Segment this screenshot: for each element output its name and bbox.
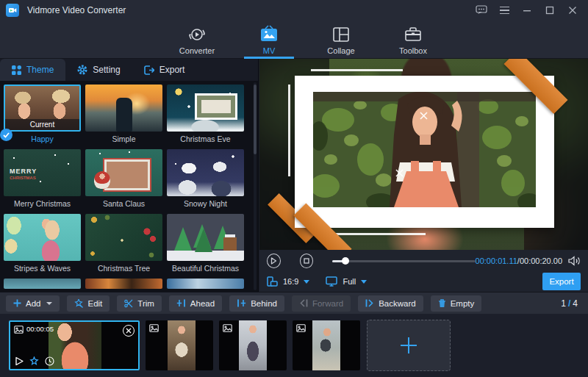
- theme-thumb-simple: [85, 85, 162, 132]
- theme-thumb-snowy-night: [167, 149, 244, 196]
- edit-button[interactable]: Edit: [67, 295, 110, 312]
- tab-toolbox[interactable]: Toolbox: [387, 21, 440, 59]
- image-icon: [296, 324, 306, 332]
- backward-button[interactable]: Backward: [358, 295, 423, 312]
- tab-theme[interactable]: Theme: [0, 59, 65, 81]
- counter-separator: /: [566, 298, 573, 309]
- tab-collage[interactable]: Collage: [315, 21, 368, 59]
- theme-tile-happy[interactable]: Current Happy: [4, 85, 81, 143]
- forward-label: Forward: [312, 299, 343, 308]
- tab-collage-label: Collage: [327, 46, 354, 55]
- behind-button[interactable]: Behind: [229, 295, 284, 312]
- minimize-button[interactable]: [519, 3, 535, 18]
- theme-thumb-santa-claus: [85, 149, 162, 196]
- forward-button[interactable]: Forward: [292, 295, 351, 312]
- time-display: 00:00:01.11/00:00:20.00: [476, 256, 562, 265]
- theme-tile-merry-christmas[interactable]: MERRYCHRISTMAS Merry Christmas: [4, 149, 81, 208]
- ahead-label: Ahead: [190, 299, 215, 308]
- clip-thumbnail: [168, 320, 196, 370]
- stop-button[interactable]: [300, 254, 314, 268]
- maximize-button[interactable]: [542, 3, 558, 18]
- counter-total: 4: [573, 298, 578, 309]
- theme-tile-partial[interactable]: [4, 279, 81, 289]
- slider-track[interactable]: [332, 260, 475, 262]
- theme-thumb-christmas-tree: [85, 214, 162, 261]
- tab-converter[interactable]: Converter: [171, 21, 223, 59]
- clip-duration: 00:00:05: [26, 325, 54, 333]
- timeline-clip-3[interactable]: [219, 320, 287, 370]
- trim-label: Trim: [137, 299, 154, 308]
- theme-tile-santa-claus[interactable]: Santa Claus: [85, 149, 162, 208]
- insert-ahead-icon: [176, 299, 186, 307]
- edit-clip-icon[interactable]: [29, 356, 39, 366]
- theme-thumb-christmas-eve: [167, 85, 244, 132]
- panel-tabs: Theme Setting Export: [0, 59, 258, 81]
- photo-frame: [295, 76, 554, 228]
- app-title: Vidmore Video Converter: [27, 5, 126, 15]
- timeline-clip-1[interactable]: 00:00:05: [9, 320, 140, 370]
- frame-accent-line: [311, 69, 403, 71]
- plus-icon: [401, 337, 417, 353]
- add-clip-button[interactable]: [367, 320, 451, 371]
- image-icon: [149, 324, 159, 332]
- theme-label: Stripes & Waves: [4, 264, 81, 273]
- chevron-down-icon: [46, 302, 52, 305]
- theme-tile-snowy-night[interactable]: Snowy Night: [167, 149, 244, 208]
- image-icon: [14, 326, 24, 334]
- theme-tile-stripes-waves[interactable]: Stripes & Waves: [4, 214, 81, 273]
- theme-panel: Theme Setting Export Current Happy: [0, 59, 259, 292]
- timeline-clip-2[interactable]: [146, 320, 213, 370]
- theme-label: Santa Claus: [85, 199, 162, 208]
- empty-button[interactable]: Empty: [431, 295, 482, 312]
- tab-export[interactable]: Export: [132, 59, 197, 81]
- insert-behind-icon: [237, 299, 246, 307]
- theme-scrollbar[interactable]: [254, 82, 257, 290]
- app-logo-icon: [6, 4, 19, 17]
- timeline: 00:00:05: [0, 314, 588, 377]
- play-clip-icon[interactable]: [15, 356, 24, 366]
- move-backward-icon: [365, 299, 374, 307]
- theme-tile-partial[interactable]: [167, 279, 244, 289]
- display-mode-select[interactable]: Full: [326, 276, 367, 287]
- theme-tile-christmas-eve[interactable]: Christmas Eve: [167, 85, 244, 143]
- clip-thumbnail: [312, 320, 340, 370]
- theme-tile-simple[interactable]: Simple: [85, 85, 162, 143]
- theme-tile-christmas-tree[interactable]: Christmas Tree: [85, 214, 162, 273]
- theme-thumb-partial: [167, 279, 244, 289]
- slider-knob[interactable]: [342, 257, 349, 265]
- ahead-button[interactable]: Ahead: [169, 295, 222, 312]
- theme-label: Snowy Night: [167, 199, 244, 208]
- backward-label: Backward: [379, 299, 416, 308]
- scissors-icon: [124, 299, 133, 308]
- aspect-ratio-select[interactable]: 16:9: [267, 276, 309, 287]
- theme-thumb-partial: [4, 279, 81, 289]
- progress-slider[interactable]: [332, 256, 475, 265]
- tab-setting-label: Setting: [93, 65, 120, 75]
- clock-icon[interactable]: [45, 356, 54, 366]
- tab-mv[interactable]: MV: [243, 21, 295, 59]
- trim-button[interactable]: Trim: [117, 295, 162, 312]
- theme-tile-partial[interactable]: [85, 279, 162, 289]
- export-button[interactable]: Export: [542, 273, 581, 290]
- close-button[interactable]: [564, 3, 581, 18]
- play-button[interactable]: [267, 254, 281, 268]
- move-forward-icon: [299, 299, 308, 307]
- clip-tools: [15, 356, 54, 366]
- feedback-icon[interactable]: [473, 3, 490, 18]
- preview-panel: 00:00:01.11/00:00:20.00 16:9 Full: [259, 59, 588, 292]
- timeline-clip-4[interactable]: [293, 320, 360, 370]
- behind-label: Behind: [251, 299, 277, 308]
- add-button[interactable]: Add: [6, 295, 60, 312]
- theme-tile-beautiful-christmas[interactable]: Beautiful Christmas: [167, 214, 244, 273]
- menu-icon[interactable]: [496, 3, 512, 18]
- edit-label: Edit: [87, 299, 102, 308]
- tab-setting[interactable]: Setting: [65, 59, 132, 81]
- remove-clip-icon[interactable]: [123, 325, 135, 337]
- check-icon: [0, 129, 12, 141]
- theme-label: Beautiful Christmas: [167, 264, 244, 273]
- tab-toolbox-label: Toolbox: [399, 46, 427, 55]
- scrollbar-thumb[interactable]: [254, 85, 257, 154]
- plus-icon: [13, 299, 21, 307]
- volume-icon[interactable]: [568, 256, 581, 266]
- theme-label: Happy: [4, 134, 81, 143]
